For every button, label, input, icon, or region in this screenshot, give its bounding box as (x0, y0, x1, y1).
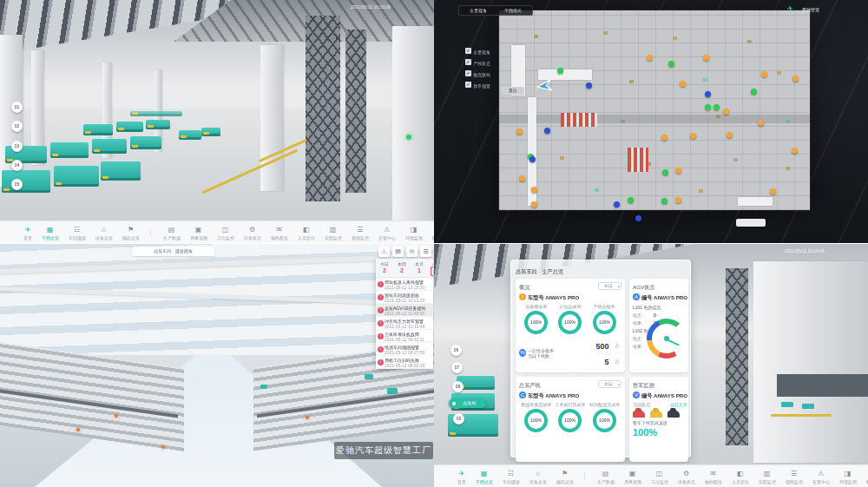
map-status-dot[interactable] (727, 132, 733, 138)
viewport-3d-dashboard[interactable]: 2021/05/12 10:26:08 06070809 总装线 总装车间 · … (434, 244, 868, 487)
toolbar-item[interactable]: ◆ 数据报表 (427, 226, 434, 240)
toolbar-item[interactable]: ✉ 物料配送 (266, 226, 293, 240)
poi-marker[interactable]: 08 (452, 381, 464, 392)
map-status-dot[interactable] (751, 89, 757, 95)
viewport-floorplan-map[interactable]: 全景视角 平面模式 ✈ 爱驰智造 ✓ 全景视角 ✓ 产线状态 ✓ 物流路线 ✓ … (434, 0, 868, 243)
alarm-stat-column[interactable]: 本周 2 (393, 259, 411, 277)
layer-toggle-row[interactable]: ✓ 全景视角 (465, 45, 508, 56)
toolbar-item[interactable]: ▤ 生产数据 (592, 470, 619, 484)
poi-marker[interactable]: 09 (453, 413, 464, 424)
map-status-dot[interactable] (557, 68, 563, 74)
toolbar-item[interactable]: ◫ 工位监控 (646, 470, 673, 484)
toolbar-item[interactable]: ☷ 车间漫游 (63, 226, 90, 240)
map-status-dot[interactable] (680, 81, 686, 87)
map-status-dot[interactable] (647, 55, 653, 61)
view-mode-left[interactable]: 全景视角 (470, 8, 487, 13)
checkbox-icon[interactable]: ✓ (465, 59, 471, 65)
toolbar-item[interactable]: ☷ 车间漫游 (497, 470, 524, 484)
map-status-dot[interactable] (635, 215, 641, 221)
toolbar-item[interactable]: ▦ 平面总览 (470, 470, 497, 484)
toolbar-item[interactable]: ⚙ 设备状态 (239, 226, 266, 240)
range-dropdown[interactable]: 本日▾ (598, 282, 621, 290)
toolbar-item[interactable]: ⚠ 告警中心 (807, 470, 834, 484)
map-status-dot[interactable] (723, 109, 729, 115)
poi-marker[interactable]: 05 (11, 179, 23, 190)
toolbar-item[interactable]: ◫ 工位监控 (212, 226, 239, 240)
map-status-dot[interactable] (675, 168, 681, 174)
toolbar-item[interactable]: ⌂ 设备总览 (90, 226, 117, 240)
view-mode-pill[interactable]: 全景视角 平面模式 (458, 5, 533, 16)
checkbox-icon[interactable]: ✓ (465, 82, 471, 88)
alarm-list-item[interactable]: ! 冲压线压力异常预警 2021-05-12 10:15:48 (376, 317, 433, 330)
toolbar-item[interactable]: ✉ 物料配送 (700, 470, 727, 484)
range-dropdown[interactable]: 本日▾ (598, 380, 621, 388)
map-status-dot[interactable] (531, 201, 537, 207)
toolbar-item[interactable]: ▥ 安防监控 (319, 226, 346, 240)
view-mode-right[interactable]: 平面模式 (504, 8, 522, 13)
floorplan-canvas[interactable] (499, 10, 810, 210)
map-status-dot[interactable] (519, 175, 525, 181)
car-icon[interactable] (633, 411, 645, 418)
map-status-dot[interactable] (690, 133, 696, 139)
poi-marker[interactable]: 02 (11, 121, 23, 132)
toolbar-item[interactable]: ◨ 环境监测 (834, 470, 861, 484)
car-icon[interactable] (650, 411, 662, 418)
toolbar-item[interactable]: ▦ 平面总览 (36, 226, 63, 240)
toolbar-item[interactable]: ⚙ 设备状态 (673, 470, 700, 484)
toolbar-item[interactable]: ✈ 首页 (19, 226, 36, 240)
alarm-list-item[interactable]: ! 总装AGV-02任务超时 2021-05-12 11:43:05 (376, 304, 433, 317)
alarm-list-item[interactable]: ! 焊装机器人离线报警 2021-05-12 13:25:30 (376, 278, 433, 291)
map-status-dot[interactable] (705, 91, 711, 97)
toolbar-item[interactable]: ⚠ 告警中心 (373, 226, 400, 240)
map-status-dot[interactable] (770, 188, 776, 194)
checkbox-icon[interactable]: ✓ (465, 70, 471, 76)
map-status-dot[interactable] (705, 104, 711, 110)
poi-marker[interactable]: 06 (450, 345, 462, 356)
camera-position-arrow[interactable] (536, 77, 553, 95)
toolbar-item[interactable]: ⌂ 设备总览 (524, 470, 551, 484)
poi-marker[interactable]: 07 (451, 362, 463, 373)
map-status-dot[interactable] (713, 104, 720, 110)
toolbar-item[interactable]: ◨ 环境监测 (400, 226, 427, 240)
map-status-dot[interactable] (792, 76, 799, 82)
map-status-dot[interactable] (675, 197, 681, 203)
toolbar-item[interactable]: ▥ 安防监控 (753, 470, 780, 484)
map-status-dot[interactable] (792, 148, 798, 154)
panel-tab[interactable]: ▤ (392, 246, 404, 257)
map-status-dot[interactable] (758, 120, 764, 126)
poi-marker[interactable]: 04 (11, 160, 23, 171)
panel-tab[interactable]: ⚠ (378, 246, 390, 257)
toolbar-item[interactable]: ▤ 生产数据 (158, 226, 185, 240)
toolbar-item[interactable]: ⚑ 能耗总览 (117, 226, 144, 240)
alarm-stat-column[interactable]: 今日 2 (376, 259, 393, 277)
checkbox-icon[interactable]: ✓ (465, 48, 471, 54)
toolbar-item[interactable]: ◧ 人员定位 (293, 226, 319, 240)
viewport-corridor[interactable]: 总装车间 · 漫游视角 ⚠▤✉☰ 今日 2 本周 2 本月 1 今年 (0, 244, 434, 487)
map-status-dot[interactable] (531, 187, 537, 193)
toolbar-item[interactable]: ◆ 数据报表 (861, 470, 868, 484)
map-status-dot[interactable] (668, 61, 674, 67)
map-status-dot[interactable] (703, 55, 709, 61)
panel-tab[interactable]: ☰ (420, 246, 431, 257)
alarm-list-item[interactable]: ! 质检工位扫码失败 2021-05-12 08:02:19 (376, 356, 433, 369)
toolbar-item[interactable]: ☰ 视频监控 (780, 470, 807, 484)
alarm-list-item[interactable]: ! 立体库堆垛机故障 2021-05-12 09:32:11 (376, 330, 433, 343)
map-status-dot[interactable] (628, 197, 634, 203)
panel-tab[interactable]: ✉ (406, 246, 418, 257)
alarm-stat-column[interactable]: 今年 24 (428, 259, 433, 277)
poi-marker[interactable]: 03 (11, 141, 23, 152)
car-icon[interactable] (667, 411, 680, 418)
alarm-stat-column[interactable]: 本月 1 (411, 259, 428, 277)
toolbar-item[interactable]: ▣ 质量追溯 (185, 226, 212, 240)
map-status-dot[interactable] (661, 198, 667, 204)
toolbar-item[interactable]: ◧ 人员定位 (727, 470, 753, 484)
map-status-dot[interactable] (614, 201, 620, 207)
toolbar-item[interactable]: ▣ 质量追溯 (619, 470, 646, 484)
map-status-dot[interactable] (586, 82, 592, 89)
line-pin-label[interactable]: 总装线 (449, 398, 486, 408)
layer-toggle-row[interactable]: ✓ 物流路线 (465, 68, 508, 79)
map-status-dot[interactable] (529, 156, 536, 162)
toolbar-item[interactable]: ⚑ 能耗总览 (551, 470, 578, 484)
layer-toggle-row[interactable]: ✓ 产线状态 (465, 56, 508, 68)
status-dot-green[interactable] (406, 135, 411, 140)
